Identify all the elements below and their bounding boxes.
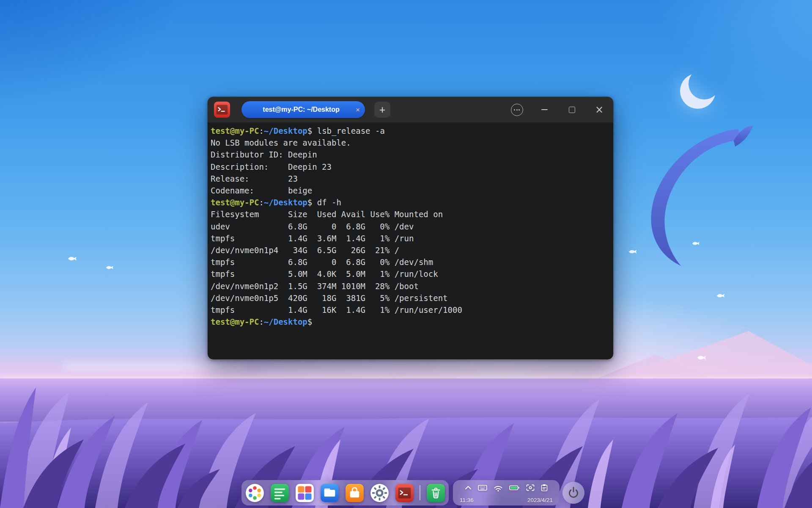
dock-app-app-grid[interactable]: [295, 483, 314, 502]
dock: [241, 480, 449, 505]
prompt-line: test@my-PC:~/Desktop$ lsb_release -a: [211, 125, 611, 137]
fish-icon: [697, 355, 708, 361]
output-line: tmpfs 1.4G 3.6M 1.4G 1% /run: [211, 232, 611, 244]
dock-app-file-manager[interactable]: [320, 483, 339, 502]
power-button[interactable]: [562, 482, 584, 504]
keyboard-icon[interactable]: [478, 484, 487, 491]
terminal-window: test@my-PC: ~/Desktop × + × test@my-PC:~…: [207, 97, 614, 360]
clipboard-icon[interactable]: [541, 484, 548, 491]
screen-capture-icon[interactable]: [526, 484, 535, 491]
tab-close-icon[interactable]: ×: [356, 106, 360, 113]
maximize-icon: [569, 107, 575, 113]
system-monitor-icon: [270, 483, 289, 502]
system-tray: 11:36 2023/4/21: [453, 480, 560, 505]
output-line: /dev/nvme0n1p2 1.5G 374M 1010M 28% /boot: [211, 280, 611, 292]
cloud: [440, 361, 592, 366]
output-line: tmpfs 6.8G 0 6.8G 0% /dev/shm: [211, 256, 611, 268]
control-center-icon: [370, 483, 389, 502]
output-line: udev 6.8G 0 6.8G 0% /dev: [211, 221, 611, 232]
clock-time[interactable]: 11:36: [460, 497, 474, 503]
prompt-line: test@my-PC:~/Desktop$ df -h: [211, 196, 611, 208]
app-grid-icon: [295, 483, 314, 502]
battery-icon[interactable]: [509, 484, 520, 491]
terminal-icon: [395, 483, 414, 502]
output-line: No LSB modules are available.: [211, 137, 611, 149]
terminal-titlebar[interactable]: test@my-PC: ~/Desktop × + ×: [208, 97, 613, 122]
output-line: /dev/nvme0n1p5 420G 18G 381G 5% /persist…: [211, 292, 611, 304]
terminal-output[interactable]: test@my-PC:~/Desktop$ lsb_release -aNo L…: [208, 122, 613, 360]
output-line: Description: Deepin 23: [211, 161, 611, 173]
dock-app-launcher[interactable]: [245, 483, 264, 502]
dock-app-trash[interactable]: [426, 483, 445, 502]
mountain-illustration: [592, 325, 812, 380]
maximize-button[interactable]: [562, 97, 582, 122]
power-icon: [567, 486, 580, 500]
terminal-tab[interactable]: test@my-PC: ~/Desktop ×: [241, 101, 365, 118]
close-button[interactable]: ×: [590, 97, 609, 122]
dock-app-app-store[interactable]: [345, 483, 364, 502]
moon-icon: [675, 68, 721, 114]
minimize-icon: [541, 109, 548, 110]
fish-icon: [716, 293, 727, 298]
tab-title: test@my-PC: ~/Desktop: [249, 106, 353, 113]
fish-icon: [692, 241, 701, 246]
output-line: Release: 23: [211, 173, 611, 185]
minimize-button[interactable]: [535, 97, 554, 122]
prompt-line: test@my-PC:~/Desktop$: [211, 316, 611, 328]
output-line: Filesystem Size Used Avail Use% Mounted …: [211, 208, 611, 220]
output-line: tmpfs 1.4G 16K 1.4G 1% /run/user/1000: [211, 304, 611, 316]
dock-app-control-center[interactable]: [370, 483, 389, 502]
cloud: [63, 363, 245, 370]
fish-icon: [628, 249, 639, 254]
chevron-up-icon[interactable]: [465, 486, 472, 490]
file-manager-icon: [320, 483, 339, 502]
launcher-icon: [245, 483, 264, 502]
whale-illustration: [613, 123, 753, 269]
terminal-app-icon: [214, 101, 230, 118]
dock-app-terminal[interactable]: [395, 483, 414, 502]
output-line: /dev/nvme0n1p4 34G 6.5G 26G 21% /: [211, 244, 611, 256]
wifi-icon[interactable]: [494, 484, 503, 491]
trash-icon: [426, 483, 445, 502]
output-line: tmpfs 5.0M 4.0K 5.0M 1% /run/lock: [211, 268, 611, 280]
ellipsis-icon: [511, 104, 523, 116]
clock-date[interactable]: 2023/4/21: [527, 497, 553, 503]
window-menu-button[interactable]: [507, 97, 527, 122]
output-line: Distributor ID: Deepin: [211, 149, 611, 160]
app-store-icon: [345, 483, 364, 502]
output-line: Codename: beige: [211, 185, 611, 196]
dock-separator: [420, 485, 420, 500]
fish-icon: [106, 265, 115, 270]
fish-icon: [68, 256, 79, 262]
new-tab-button[interactable]: +: [374, 102, 390, 118]
dock-app-system-monitor[interactable]: [270, 483, 289, 502]
